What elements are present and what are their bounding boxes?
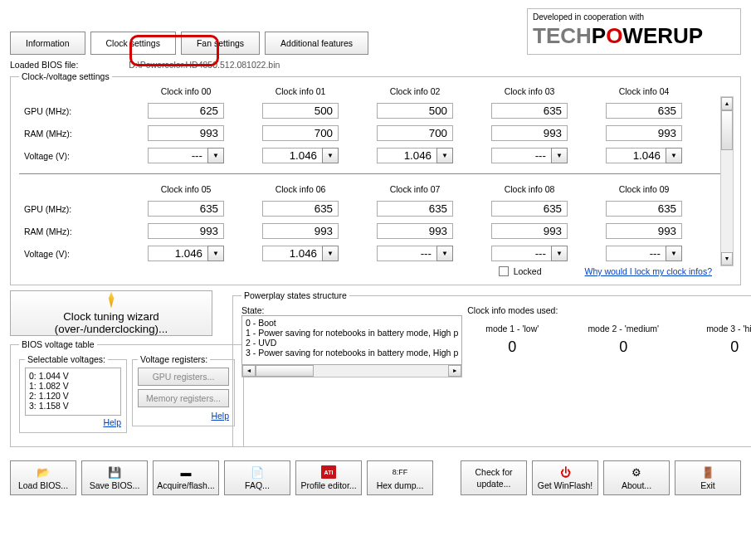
volt-dropdown-06[interactable]: ▼	[322, 246, 339, 261]
gpu-label: GPU (MHz):	[19, 106, 129, 116]
volt-item-2[interactable]: 2: 1.120 V	[29, 391, 117, 401]
volt-dropdown-01[interactable]: ▼	[322, 148, 339, 163]
clock-tuning-wizard-button[interactable]: Clock tuning wizard (over-/underclocking…	[10, 290, 212, 336]
ram-input-07[interactable]	[377, 223, 453, 239]
gpu-input-09[interactable]	[606, 201, 682, 217]
acquire-flash-button[interactable]: ▬Acquire/flash...	[153, 460, 219, 495]
volt-dropdown-03[interactable]: ▼	[551, 148, 568, 163]
hex-dump-button[interactable]: 8:FFHex dump...	[367, 460, 433, 495]
gpu-input-06[interactable]	[262, 201, 339, 217]
ram-input-04[interactable]	[606, 125, 682, 141]
volt-input-06[interactable]	[262, 246, 322, 261]
vertical-scrollbar[interactable]: ▲ ▼	[720, 96, 734, 266]
techpowerup-logo: TECHPOWERUP	[533, 23, 735, 49]
mode-3: mode 3 - 'high' 0	[690, 324, 751, 356]
ram-input-09[interactable]	[606, 223, 682, 239]
pps-legend: Powerplay states structure	[241, 290, 349, 300]
volt-dropdown-00[interactable]: ▼	[207, 148, 224, 163]
volt-input-04[interactable]	[606, 148, 666, 163]
save-bios-button[interactable]: 💾Save BIOS...	[81, 460, 148, 495]
gpu-input-00[interactable]	[148, 103, 224, 119]
state-listbox[interactable]: 0 - Boot 1 - Power saving for notebooks …	[241, 315, 462, 365]
gpu-input-03[interactable]	[491, 103, 568, 119]
scroll-up-button[interactable]: ▲	[721, 97, 733, 110]
state-item-3[interactable]: 3 - Power saving for notebooks in batter…	[246, 348, 458, 358]
volt-dropdown-07[interactable]: ▼	[436, 246, 453, 261]
ram-input-08[interactable]	[491, 223, 568, 239]
locked-checkbox[interactable]	[499, 266, 509, 276]
scroll-thumb[interactable]	[721, 110, 733, 150]
volt-input-01[interactable]	[262, 148, 322, 163]
tab-fan-settings[interactable]: Fan settings	[181, 32, 260, 55]
volt-item-0[interactable]: 0: 1.044 V	[29, 371, 117, 381]
col-head-04: Clock info 04	[587, 86, 701, 96]
ram-input-06[interactable]	[262, 223, 339, 239]
volt-dropdown-02[interactable]: ▼	[436, 148, 453, 163]
help-link-registers[interactable]: Help	[211, 411, 229, 421]
state-hscrollbar[interactable]: ◄ ►	[241, 364, 462, 377]
volt-dropdown-08[interactable]: ▼	[551, 246, 568, 261]
about-button[interactable]: ⚙About...	[603, 460, 670, 495]
gpu-input-08[interactable]	[491, 201, 568, 217]
state-item-0[interactable]: 0 - Boot	[246, 318, 458, 328]
gpu-input-01[interactable]	[262, 103, 339, 119]
bios-label: Loaded BIOS file:	[10, 60, 78, 70]
separator	[19, 173, 732, 174]
volt-input-02[interactable]	[377, 148, 436, 163]
volt-dropdown-04[interactable]: ▼	[666, 148, 682, 163]
get-winflash-button[interactable]: ⏻Get WinFlash!	[532, 460, 598, 495]
lock-help-link[interactable]: Why would I lock my clock infos?	[585, 266, 712, 276]
volt-input-05[interactable]	[148, 246, 207, 261]
gear-icon: ⚙	[629, 465, 644, 479]
chip-icon: ▬	[178, 465, 193, 479]
exit-button[interactable]: 🚪Exit	[675, 460, 741, 495]
ram-input-00[interactable]	[148, 125, 224, 141]
ram-input-05[interactable]	[148, 223, 224, 239]
selectable-voltages-group: Selectable voltages: 0: 1.044 V 1: 1.082…	[19, 354, 127, 433]
help-link-voltages[interactable]: Help	[103, 417, 121, 427]
tab-information[interactable]: Information	[10, 32, 85, 55]
voltage-label: Voltage (V):	[19, 151, 129, 161]
hscroll-right[interactable]: ►	[448, 365, 461, 377]
gpu-input-05[interactable]	[148, 201, 224, 217]
volt-item-3[interactable]: 3: 1.158 V	[29, 401, 117, 411]
volt-item-1[interactable]: 1: 1.082 V	[29, 381, 117, 391]
clock-group-legend: Clock-/voltage settings	[19, 71, 112, 81]
volt-input-07[interactable]	[377, 246, 436, 261]
col-head-03: Clock info 03	[472, 86, 587, 96]
gpu-input-07[interactable]	[377, 201, 453, 217]
gpu-registers-button[interactable]: GPU registers...	[138, 368, 229, 386]
col-head-01: Clock info 01	[243, 86, 358, 96]
state-item-2[interactable]: 2 - UVD	[246, 338, 458, 348]
check-update-button[interactable]: Check forupdate...	[461, 460, 527, 495]
hscroll-left[interactable]: ◄	[242, 365, 256, 377]
gpu-input-02[interactable]	[377, 103, 453, 119]
load-bios-button[interactable]: 📂Load BIOS...	[10, 460, 76, 495]
ram-input-01[interactable]	[262, 125, 339, 141]
faq-button[interactable]: 📄FAQ...	[224, 460, 290, 495]
col-head-07: Clock info 07	[358, 184, 472, 194]
volt-input-09[interactable]	[606, 246, 666, 261]
col-head-00: Clock info 00	[129, 86, 243, 96]
tab-additional-features[interactable]: Additional features	[265, 32, 368, 55]
volt-dropdown-05[interactable]: ▼	[207, 246, 224, 261]
volt-input-08[interactable]	[491, 246, 551, 261]
volt-dropdown-09[interactable]: ▼	[666, 246, 682, 261]
gpu-input-04[interactable]	[606, 103, 682, 119]
mode-1-value: 0	[467, 338, 557, 356]
tab-clock-settings[interactable]: Clock settings	[90, 32, 176, 55]
profile-editor-button[interactable]: ATIProfile editor...	[295, 460, 362, 495]
voltage-label-2: Voltage (V):	[19, 249, 129, 259]
gpu-label-2: GPU (MHz):	[19, 204, 129, 214]
mode-3-value: 0	[690, 338, 751, 356]
scroll-down-button[interactable]: ▼	[721, 252, 733, 265]
state-item-1[interactable]: 1 - Power saving for notebooks in batter…	[246, 328, 458, 338]
volt-input-00[interactable]	[148, 148, 207, 163]
memory-registers-button[interactable]: Memory registers...	[138, 389, 229, 407]
hscroll-thumb[interactable]	[256, 365, 314, 377]
doc-icon: 📄	[250, 465, 265, 479]
volt-input-03[interactable]	[491, 148, 551, 163]
ram-input-02[interactable]	[377, 125, 453, 141]
voltage-listbox[interactable]: 0: 1.044 V 1: 1.082 V 2: 1.120 V 3: 1.15…	[25, 368, 121, 416]
ram-input-03[interactable]	[491, 125, 568, 141]
